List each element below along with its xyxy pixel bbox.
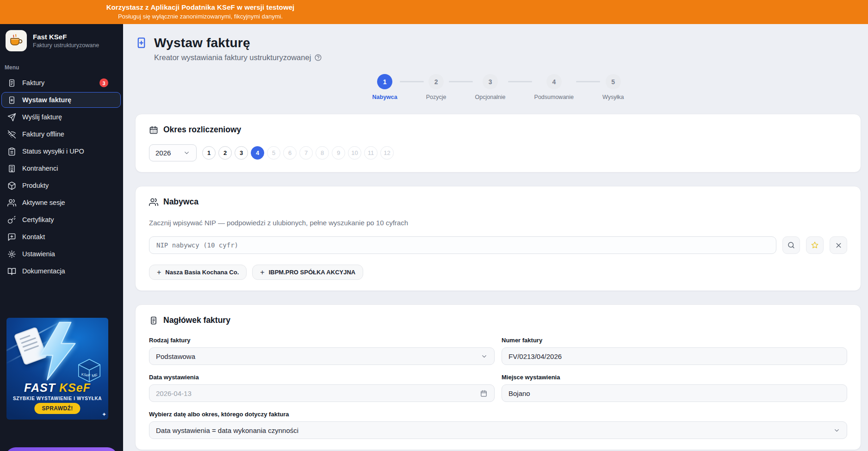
step-opcjonalnie[interactable]: 3 Opcjonalnie [473, 74, 508, 100]
month-button-5[interactable]: 5 [267, 146, 280, 160]
period-controls: 2026 1 2 3 4 5 6 7 8 9 10 11 12 [149, 144, 847, 161]
quick-add-contractor-1-button[interactable]: + Nasza Basia Kochana Co. [149, 265, 247, 280]
sidebar-item-label: Status wysyłki i UPO [22, 148, 84, 155]
issue-place-field: Miejsce wystawienia Bojano [502, 374, 847, 402]
chevron-down-icon [183, 149, 190, 156]
invoice-type-select[interactable]: Podstawowa [149, 347, 495, 365]
field-label: Data wystawienia [149, 374, 495, 381]
promo-cta-button[interactable]: SPRAWDŹ! [34, 403, 80, 414]
promo-subtitle: SZYBKIE WYSTAWIENIE I WYSYŁKA [6, 396, 108, 401]
step-podsumowanie[interactable]: 4 Podsumowanie [532, 74, 576, 100]
chevron-down-icon [833, 427, 840, 434]
sidebar-item-produkty[interactable]: Produkty [1, 178, 121, 193]
sidebar-item-faktury-offline[interactable]: Faktury offline [1, 126, 121, 142]
service-date-field: Wybierz datę albo okres, którego dotyczy… [149, 411, 847, 439]
banner-text-block: Korzystasz z Aplikacji Podatnika KSeF w … [0, 0, 401, 20]
package-icon [7, 181, 16, 190]
month-button-12[interactable]: 12 [380, 146, 394, 160]
invoice-number-field: Numer faktury FV/0213/04/2026 [502, 337, 847, 365]
sidebar-item-label: Aktywne sesje [22, 199, 65, 206]
sidebar: Fast KSeF Faktury ustrukturyzowane Menu … [0, 24, 123, 451]
field-label: Rodzaj faktury [149, 337, 495, 344]
step-label: Wysyłka [602, 94, 624, 100]
invoice-number-input[interactable]: FV/0213/04/2026 [502, 347, 847, 365]
favorites-button[interactable] [806, 236, 824, 254]
step-circle: 5 [606, 74, 621, 89]
menu-section-label: Menu [0, 56, 123, 74]
invoice-type-field: Rodzaj faktury Podstawowa [149, 337, 495, 365]
app-logo [6, 30, 27, 51]
month-button-10[interactable]: 10 [348, 146, 361, 160]
step-circle: 2 [428, 74, 444, 89]
sidebar-item-certyfikaty[interactable]: Certyfikaty [1, 212, 121, 228]
plus-icon: + [260, 268, 264, 277]
month-button-6[interactable]: 6 [283, 146, 297, 160]
step-label: Podsumowanie [534, 94, 574, 100]
sidebar-item-label: Kontrahenci [22, 165, 58, 172]
sidebar-item-kontakt[interactable]: Kontakt [1, 229, 121, 245]
wizard-stepper: 1 Nabywca 2 Pozycje 3 Opcjonalnie 4 Pods… [370, 74, 626, 100]
card-title: Nagłówek faktury [163, 315, 230, 325]
service-date-select[interactable]: Data wystawienia = data wykonania czynno… [149, 421, 847, 439]
month-picker: 1 2 3 4 5 6 7 8 9 10 11 12 [202, 146, 394, 160]
step-circle: 1 [377, 74, 392, 89]
month-button-3[interactable]: 3 [235, 146, 248, 160]
sidebar-item-label: Certyfikaty [22, 216, 54, 223]
search-button[interactable] [782, 236, 800, 254]
search-icon [787, 241, 795, 249]
sidebar-item-label: Produkty [22, 182, 49, 189]
sidebar-item-aktywne-sesje[interactable]: Aktywne sesje [1, 195, 121, 210]
step-pozycje[interactable]: 2 Pozycje [424, 74, 449, 100]
step-connector [449, 81, 473, 82]
key-icon [7, 216, 16, 224]
step-connector [508, 81, 532, 82]
month-button-1[interactable]: 1 [202, 146, 216, 160]
clear-button[interactable] [830, 236, 847, 254]
file-text-icon [7, 79, 16, 87]
quick-add-label: Nasza Basia Kochana Co. [165, 269, 239, 276]
banner-title: Korzystasz z Aplikacji Podatnika KSeF w … [0, 3, 401, 11]
card-title: Okres rozliczeniowy [163, 125, 241, 135]
svg-text:MF: MF [92, 373, 98, 378]
step-label: Nabywca [372, 94, 397, 100]
settings-gear-icon [7, 250, 16, 259]
test-environment-banner: Korzystasz z Aplikacji Podatnika KSeF w … [0, 0, 868, 24]
sidebar-item-kontrahenci[interactable]: Kontrahenci [1, 161, 121, 176]
month-button-7[interactable]: 7 [299, 146, 313, 160]
nip-hint-text: Zacznij wpisywać NIP — podpowiedzi z ulu… [149, 219, 847, 227]
month-button-8[interactable]: 8 [316, 146, 329, 160]
quick-add-contractor-2-button[interactable]: + IBPM.PRO SPÓŁKA AKCYJNA [252, 265, 363, 280]
sidebar-item-dokumentacja[interactable]: Dokumentacja [1, 263, 121, 279]
year-select[interactable]: 2026 [149, 144, 197, 161]
month-button-4-selected[interactable]: 4 [251, 146, 264, 160]
quick-add-label: IBPM.PRO SPÓŁKA AKCYJNA [269, 269, 356, 276]
sidebar-item-ustawienia[interactable]: Ustawienia [1, 246, 121, 262]
sidebar-item-wyslij-fakture[interactable]: Wyślij fakturę [1, 109, 121, 125]
step-wysylka[interactable]: 5 Wysyłka [600, 74, 626, 100]
sidebar-item-status-wysylki[interactable]: Status wysyłki i UPO [1, 143, 121, 159]
step-nabywca[interactable]: 1 Nabywca [370, 74, 400, 100]
clipboard-list-icon [7, 147, 16, 156]
issue-date-input[interactable]: 2026-04-13 [149, 384, 495, 402]
file-text-icon [149, 316, 158, 325]
month-button-11[interactable]: 11 [364, 146, 378, 160]
nip-input[interactable] [149, 236, 776, 254]
star-icon [811, 241, 819, 249]
issue-place-input[interactable]: Bojano [502, 384, 847, 402]
field-label: Wybierz datę albo okres, którego dotyczy… [149, 411, 847, 418]
month-button-2[interactable]: 2 [218, 146, 232, 160]
step-circle: 3 [483, 74, 498, 89]
sidebar-item-wystaw-fakture[interactable]: Wystaw fakturę [1, 92, 121, 108]
invoice-header-form: Rodzaj faktury Podstawowa Numer faktury … [149, 337, 847, 439]
message-plus-icon [7, 233, 16, 241]
sidebar-bottom-button[interactable] [6, 447, 118, 451]
month-button-9[interactable]: 9 [332, 146, 345, 160]
close-icon [835, 241, 843, 249]
help-circle-icon[interactable] [314, 54, 322, 62]
brand-text: Fast KSeF Faktury ustrukturyzowane [33, 33, 99, 49]
app-brand[interactable]: Fast KSeF Faktury ustrukturyzowane [0, 24, 123, 56]
promo-banner[interactable]: KSeF MF FAST KSeF SZYBKIE WYSTAWIENIE I … [6, 318, 108, 420]
sidebar-item-label: Ustawienia [22, 250, 55, 258]
sidebar-item-faktury[interactable]: Faktury 3 [1, 75, 121, 91]
brand-subtitle: Faktury ustrukturyzowane [33, 42, 99, 49]
